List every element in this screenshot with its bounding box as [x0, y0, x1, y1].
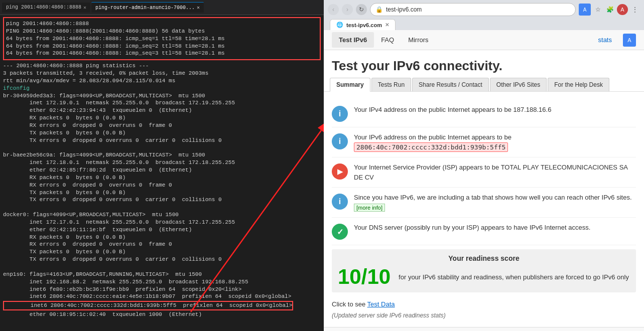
nav-faq[interactable]: FAQ	[374, 32, 401, 48]
address-bar[interactable]: 🔒 test-ipv6.com	[370, 3, 576, 16]
dns-info-icon: ✓	[332, 224, 348, 240]
dns-info-text: Your DNS server (possibly run by your IS…	[354, 223, 636, 233]
ifc-line-7: TX errors 0 dropped 0 overruns 0 carrier…	[3, 137, 321, 144]
dns-info-row: ✓ Your DNS server (possibly run by your …	[332, 218, 636, 245]
ifc-line-5: RX errors 0 dropped 0 overruns 0 frame 0	[3, 122, 321, 129]
ifc-line-14: TX errors 0 dropped 0 overruns 0 carrier…	[3, 196, 321, 204]
ping-line-4: 64 bytes from 2001:4860:4860::8888: icmp…	[6, 43, 318, 50]
tab-other-ipv6[interactable]: Other IPv6 Sites	[490, 78, 547, 91]
readiness-description: for your IPv6 stability and readiness, w…	[399, 273, 629, 281]
readiness-section: Your readiness score 10/10 for your IPv6…	[332, 249, 636, 292]
translate-site-icon[interactable]: A	[623, 34, 636, 47]
ipv6-info-icon: i	[332, 133, 348, 149]
ifc-line-24: inet6 fe80::eb2b:bc36:1f9e:bb9 prefixlen…	[3, 286, 321, 293]
ifc-line-21: TX errors 0 dropped 0 overruns 0 carrier…	[3, 256, 321, 263]
ifc-line-26: ether 00:18:95:1c:02:40 txqueuelen 1000 …	[3, 311, 321, 317]
ipv6-note-main: Since you have IPv6, we are including a …	[354, 194, 632, 201]
stats-line-3: rtt min/avg/max/mdev = 28.083/28.094/28.…	[3, 77, 321, 85]
bookmark-icon[interactable]: ☆	[593, 5, 603, 15]
tab-close-icon[interactable]: ✕	[385, 22, 389, 28]
tab-share-results[interactable]: Share Results / Contact	[412, 78, 489, 91]
ifc-line-11: RX packets 0 bytes 0 (0.0 B)	[3, 174, 321, 182]
back-button[interactable]: ‹	[328, 4, 339, 15]
browser-chrome: ‹ › ↻ 🔒 test-ipv6.com A ☆ 🧩 A ⋮ 🌐 test-i…	[324, 0, 644, 30]
terminal-tab-ping-label: ping 2001:4860:4860::8888	[6, 5, 81, 10]
browser-panel: ‹ › ↻ 🔒 test-ipv6.com A ☆ 🧩 A ⋮ 🌐 test-i…	[324, 0, 644, 331]
readiness-score-row: 10/10 for your IPv6 stability and readin…	[338, 266, 630, 287]
ifc-line-2: inet 172.19.0.1 netmask 255.255.0.0 broa…	[3, 99, 321, 107]
menu-icon[interactable]: ⋮	[630, 5, 640, 15]
isp-info-row: ▶ Your Internet Service Provider (ISP) a…	[332, 157, 636, 188]
terminal-tab-ping[interactable]: ping 2001:4860:4860::8888 ✕	[2, 3, 90, 13]
tab-summary[interactable]: Summary	[330, 78, 370, 92]
translate-icon[interactable]: A	[579, 4, 591, 16]
isp-info-text: Your Internet Service Provider (ISP) app…	[354, 162, 636, 182]
ifc-line-4: RX packets 0 bytes 0 (0.0 B)	[3, 114, 321, 122]
ifc-spacer-3	[3, 263, 321, 271]
ping-line-5: 64 bytes from 2001:4860:4860::8888: icmp…	[6, 50, 318, 57]
nav-test-ipv6[interactable]: Test IPv6	[332, 32, 374, 48]
website-content: Test IPv6 FAQ Mirrors stats A Test your …	[324, 30, 644, 331]
ifc-line-18: RX packets 0 bytes 0 (0.0 B)	[3, 234, 321, 241]
terminal-tab-active[interactable]: ping-router-admin-anuncio-7000... ✕	[91, 2, 204, 13]
ping-line-1: ping 2001:4860:4860::8888	[6, 20, 318, 28]
browser-tab-active[interactable]: 🌐 test-ipv6.com ✕	[330, 19, 396, 30]
close-icon[interactable]: ✕	[83, 5, 86, 11]
ifc-line-1: br-304959ded3a3: flags=4099<UP,BROADCAST…	[3, 92, 321, 100]
close-icon-2[interactable]: ✕	[197, 5, 200, 11]
ping-output-box: ping 2001:4860:4860::8888 PING 2001:4860…	[3, 17, 321, 60]
ifc-line-20: TX packets 0 bytes 0 (0.0 B)	[3, 248, 321, 256]
ifc-line-10: ether 02:42:85:f7:80:2d txqueuelen 0 (Et…	[3, 167, 321, 174]
lock-icon: 🔒	[375, 6, 383, 13]
readiness-title: Your readiness score	[338, 254, 630, 262]
ifc-line-6: TX packets 0 bytes 0 (0.0 B)	[3, 129, 321, 137]
ipv6-note-icon: i	[332, 194, 348, 210]
test-data-prefix: Click to see	[332, 300, 365, 308]
more-info-link[interactable]: [more info]	[354, 204, 385, 212]
tab-favicon: 🌐	[336, 22, 343, 28]
stats-line-2: 3 packets transmitted, 3 received, 0% pa…	[3, 70, 321, 77]
ifc-line-3: ether 02:42:e2:23:94:43 txqueuelen 0 (Et…	[3, 107, 321, 114]
terminal-content: ping 2001:4860:4860::8888 PING 2001:4860…	[0, 15, 324, 317]
ifc-line-12: RX errors 0 dropped 0 overruns 0 frame 0	[3, 182, 321, 189]
stats-line-1: --- 2001:4860:4860::8888 ping statistics…	[3, 62, 321, 70]
ipv6-note-row: i Since you have IPv6, we are including …	[332, 188, 636, 218]
updated-text: (Updated server side IPv6 readiness stat…	[332, 312, 636, 319]
ipv6-info-row: i Your IPv6 address on the public Intern…	[332, 127, 636, 157]
browser-toolbar-icons: A ☆ 🧩 A ⋮	[579, 4, 640, 16]
nav-stats[interactable]: stats	[591, 32, 619, 48]
nav-mirrors[interactable]: Mirrors	[401, 32, 435, 48]
ifc-line-9: inet 172.18.0.1 netmask 255.255.0.0 broa…	[3, 159, 321, 167]
test-data-line: Click to see Test Data	[332, 296, 636, 312]
test-data-link[interactable]: Test Data	[367, 300, 395, 308]
page-title: Test your IPv6 connectivity.	[324, 50, 644, 78]
forward-button[interactable]: ›	[342, 4, 353, 15]
ping-line-3: 64 bytes from 2001:4860:4860::8888: icmp…	[6, 35, 318, 43]
address-text: test-ipv6.com	[386, 6, 422, 13]
ifc-line-17: ether 02:42:16:11:1e:bf txqueuelen 0 (Et…	[3, 226, 321, 234]
profile-icon[interactable]: A	[617, 4, 628, 15]
isp-info-icon: ▶	[332, 163, 348, 180]
site-footer: This instance (miami.test-ipv6.com) is h…	[324, 327, 644, 331]
ifc-highlighted-text: inet6 2806:40c:7002:cccc:332d:bdd1:939b:…	[4, 302, 292, 309]
browser-nav-bar: ‹ › ↻ 🔒 test-ipv6.com A ☆ 🧩 A ⋮	[328, 3, 640, 16]
readiness-score: 10/10	[338, 266, 391, 287]
ipv4-info-text: Your IPv4 address on the public Internet…	[354, 105, 636, 115]
ifc-line-19: RX errors 0 dropped 0 overruns 0 frame 0	[3, 241, 321, 248]
ipv6-prefix-text: Your IPv6 address on the public Internet…	[354, 133, 511, 141]
ifc-line-23: inet 192.168.88.2 netmask 255.255.255.0 …	[3, 278, 321, 286]
tab-help-desk[interactable]: For the Help Desk	[548, 78, 609, 91]
terminal-tab-bar[interactable]: ping 2001:4860:4860::8888 ✕ ping-router-…	[0, 0, 324, 15]
content-tab-bar: Summary Tests Run Share Results / Contac…	[324, 78, 644, 92]
tab-tests-run[interactable]: Tests Run	[371, 78, 411, 91]
ifc-line-8: br-baee2be56c9a: flags=4099<UP,BROADCAST…	[3, 151, 321, 159]
ipv6-address-highlight: 2806:40c:7002:cccc:332d:bdd1:939b:5ff5	[354, 142, 508, 152]
ipv4-info-icon: i	[332, 106, 348, 122]
extension-icon[interactable]: 🧩	[605, 5, 615, 15]
reload-button[interactable]: ↻	[356, 4, 367, 15]
ifc-spacer-1	[3, 144, 321, 152]
highlighted-ipv6-line: inet6 2806:40c:7002:cccc:332d:bdd1:939b:…	[3, 301, 293, 310]
ipv6-note-text: Since you have IPv6, we are including a …	[354, 193, 636, 212]
site-nav: Test IPv6 FAQ Mirrors stats A	[324, 30, 644, 50]
terminal-panel: ping 2001:4860:4860::8888 ✕ ping-router-…	[0, 0, 324, 331]
